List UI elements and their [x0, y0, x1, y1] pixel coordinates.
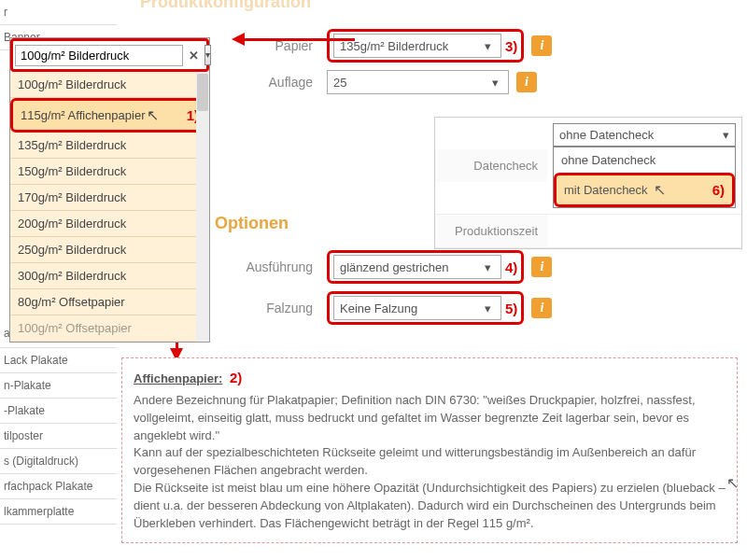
sidebar-item[interactable]: -Plakate — [0, 399, 117, 424]
dropdown-item-selected[interactable]: 115g/m² Affichenpapier ↖ 1) — [10, 98, 209, 133]
chevron-down-icon: ▾ — [480, 39, 495, 53]
sidebar-item[interactable]: Lack Plakate — [0, 348, 117, 373]
chevron-down-icon: ▾ — [480, 260, 495, 274]
dropdown-item[interactable]: 80g/m² Offsetpapier — [10, 289, 209, 315]
dropdown-item-label: 115g/m² Affichenpapier — [21, 108, 145, 122]
sidebar-item[interactable]: rfachpack Plakate — [0, 474, 117, 499]
arrow-line — [243, 38, 355, 41]
dropdown-item[interactable]: 300g/m² Bilderdruck — [10, 263, 209, 289]
cursor-icon: ↖ — [147, 106, 159, 124]
chevron-down-icon: ▾ — [723, 128, 729, 142]
dropdown-toggle-button[interactable]: ▾ — [204, 45, 211, 65]
scrollbar[interactable] — [196, 72, 209, 342]
annotation-2: 2) — [230, 370, 242, 385]
info-icon[interactable]: i — [531, 35, 552, 56]
sidebar-item[interactable]: s (Digitaldruck) — [0, 449, 117, 474]
select-papier-value: 135g/m² Bilderdruck — [340, 39, 448, 53]
dropdown-datencheck: ohne Datencheck mit Datencheck ↖ 6) — [553, 147, 736, 208]
row-ausfuehrung: Ausführung glänzend gestrichen ▾ 4) i — [121, 250, 747, 284]
annotation-4: 4) — [505, 259, 517, 275]
dropdown-list: 100g/m² Bilderdruck 115g/m² Affichenpapi… — [10, 72, 209, 342]
clear-icon[interactable]: ✕ — [183, 49, 204, 63]
select-ausfuehrung-value: glänzend gestrichen — [340, 260, 448, 274]
scrollbar-thumb[interactable] — [197, 74, 208, 111]
select-ausfuehrung[interactable]: glänzend gestrichen ▾ — [333, 255, 501, 279]
info-icon[interactable]: i — [531, 298, 552, 318]
select-datencheck[interactable]: ohne Datencheck ▾ — [553, 123, 736, 147]
dropdown-item[interactable]: 100g/m² Offsetpapier — [10, 315, 209, 342]
select-datencheck-value: ohne Datencheck — [559, 128, 654, 142]
dropdown-item[interactable]: 250g/m² Bilderdruck — [10, 237, 209, 263]
dropdown-item[interactable]: 200g/m² Bilderdruck — [10, 211, 209, 237]
dc-option-ohne[interactable]: ohne Datencheck — [554, 147, 735, 173]
info-title: Affichenpapier: — [134, 371, 222, 385]
select-falzung-value: Keine Falzung — [340, 301, 417, 315]
row-papier: Papier 135g/m² Bilderdruck ▾ 3) i — [121, 29, 747, 63]
select-falzung[interactable]: Keine Falzung ▾ — [333, 296, 501, 320]
select-auflage-value: 25 — [333, 76, 346, 90]
select-papier[interactable]: 135g/m² Bilderdruck ▾ — [333, 34, 501, 58]
sidebar-item[interactable]: tilposter — [0, 424, 117, 449]
dropdown-papier-open: ✕ ▾ 100g/m² Bilderdruck 115g/m² Affichen… — [9, 37, 210, 343]
dropdown-search-input[interactable] — [15, 45, 183, 66]
arrow-head-icon — [232, 33, 245, 46]
chevron-down-icon: ▾ — [487, 76, 502, 90]
dropdown-item[interactable]: 135g/m² Bilderdruck — [10, 133, 209, 159]
chevron-down-icon: ▾ — [480, 301, 495, 315]
dropdown-item[interactable]: 170g/m² Bilderdruck — [10, 185, 209, 211]
cursor-icon: ↖ — [654, 181, 666, 199]
annotation-5: 5) — [505, 301, 517, 316]
info-icon[interactable]: i — [531, 257, 552, 277]
label-datencheck: Datencheck — [435, 149, 547, 182]
section-title-config: Produktkonfiguration — [121, 0, 747, 21]
label-produktionszeit: Produktionszeit — [435, 215, 547, 247]
dropdown-item[interactable]: 150g/m² Bilderdruck — [10, 159, 209, 185]
dropdown-item[interactable]: 100g/m² Bilderdruck — [10, 72, 209, 98]
panel-datencheck: Datencheck ohne Datencheck ▾ ohne Datenc… — [434, 117, 742, 249]
sidebar-item[interactable]: n-Plakate — [0, 373, 117, 399]
row-auflage: Auflage 25 ▾ i — [121, 70, 747, 94]
info-icon[interactable]: i — [516, 72, 537, 92]
annotation-3: 3) — [505, 38, 517, 54]
sidebar-item[interactable]: r — [0, 0, 117, 25]
sidebar-item[interactable]: lkammerplatte — [0, 499, 117, 525]
row-falzung: Falzung Keine Falzung ▾ 5) i — [121, 291, 747, 325]
select-auflage[interactable]: 25 ▾ — [327, 70, 509, 94]
annotation-6: 6) — [712, 182, 725, 198]
dc-option-mit-label: mit Datencheck — [564, 183, 648, 197]
dc-option-mit[interactable]: mit Datencheck ↖ 6) — [554, 173, 735, 207]
info-panel: Affichenpapier: 2) Andere Bezeichnung fü… — [121, 357, 738, 543]
info-body: Andere Bezeichnung für Plakatpapier; Def… — [134, 392, 726, 533]
